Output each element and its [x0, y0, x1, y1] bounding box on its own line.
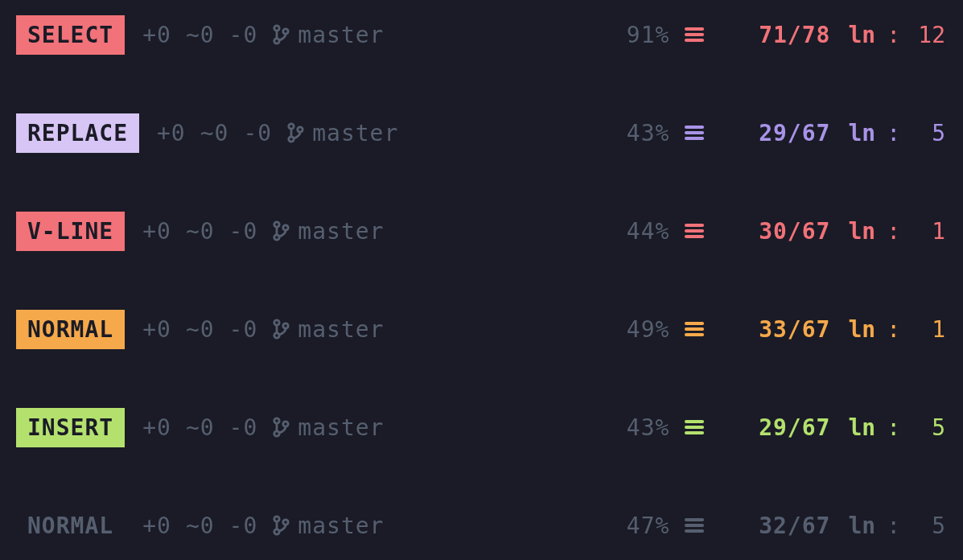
git-modified: ~0: [186, 316, 215, 343]
svg-point-26: [283, 422, 288, 426]
line-position: 29/67: [734, 120, 830, 146]
git-modified: ~0: [186, 414, 215, 441]
line-position: 33/67: [734, 316, 830, 343]
branch-icon: [272, 318, 290, 340]
git-info: +0 ~0 -0 master: [157, 120, 398, 146]
branch-icon: [272, 23, 290, 46]
branch-icon: [272, 220, 290, 242]
colon: :: [887, 414, 900, 441]
mode-badge: NORMAL: [16, 506, 125, 546]
colon: :: [887, 316, 900, 343]
branch-icon: [286, 121, 304, 144]
svg-point-6: [289, 124, 294, 129]
svg-point-0: [274, 26, 279, 31]
svg-point-31: [274, 529, 279, 534]
menu-icon: [684, 26, 705, 43]
git-branch: master: [298, 22, 384, 48]
status-row-insert: INSERT +0 ~0 -0 master 43% 29/67 ln : 5: [16, 407, 945, 447]
svg-point-25: [274, 431, 279, 436]
git-branch: master: [298, 414, 384, 441]
git-removed: -0: [243, 120, 272, 146]
column-number: 5: [912, 513, 945, 539]
svg-point-2: [283, 29, 288, 34]
svg-point-32: [283, 520, 288, 525]
git-added: +0: [142, 316, 171, 343]
colon: :: [887, 22, 900, 48]
svg-point-19: [274, 333, 279, 338]
svg-point-12: [274, 222, 279, 227]
menu-icon: [684, 222, 705, 240]
colon: :: [887, 218, 900, 245]
line-position: 71/78: [734, 22, 830, 48]
git-modified: ~0: [186, 218, 215, 245]
status-row-normal-inactive: NORMAL +0 ~0 -0 master 47% 32/67 ln : 5: [16, 505, 945, 546]
svg-point-20: [283, 323, 288, 328]
git-removed: -0: [229, 513, 258, 539]
svg-point-24: [274, 418, 279, 423]
menu-icon: [684, 124, 705, 142]
ln-label: ln: [848, 218, 875, 245]
status-row-vline: V-LINE +0 ~0 -0 master 44% 30/67 ln : 1: [16, 211, 945, 251]
branch-icon: [272, 416, 290, 439]
svg-point-1: [274, 39, 279, 43]
scroll-percent: 47%: [627, 513, 670, 539]
ln-label: ln: [848, 316, 875, 343]
git-branch: master: [298, 316, 384, 343]
status-row-select: SELECT +0 ~0 -0 master 91% 71/78 ln : 12: [16, 14, 945, 55]
mode-badge: REPLACE: [16, 113, 139, 153]
git-added: +0: [142, 218, 171, 245]
colon: :: [887, 120, 900, 146]
git-info: +0 ~0 -0 master: [142, 316, 384, 343]
svg-point-18: [274, 320, 279, 325]
git-removed: -0: [229, 414, 258, 441]
ln-label: ln: [848, 513, 875, 539]
git-removed: -0: [229, 22, 258, 48]
git-added: +0: [142, 22, 171, 48]
line-position: 30/67: [734, 218, 830, 245]
line-position: 32/67: [734, 513, 830, 539]
column-number: 12: [912, 22, 945, 48]
mode-badge: INSERT: [16, 408, 125, 447]
svg-point-13: [274, 235, 279, 240]
menu-icon: [684, 320, 705, 338]
git-branch: master: [312, 120, 398, 146]
column-number: 5: [912, 120, 945, 146]
git-modified: ~0: [186, 513, 215, 539]
ln-label: ln: [848, 22, 875, 48]
column-number: 1: [912, 316, 945, 343]
status-row-normal: NORMAL +0 ~0 -0 master 49% 33/67 ln : 1: [16, 309, 945, 349]
branch-icon: [272, 514, 290, 537]
ln-label: ln: [848, 414, 875, 441]
colon: :: [887, 513, 900, 539]
git-added: +0: [157, 120, 186, 146]
svg-point-30: [274, 517, 279, 521]
git-info: +0 ~0 -0 master: [142, 22, 384, 48]
column-number: 1: [912, 218, 945, 245]
scroll-percent: 91%: [627, 22, 670, 48]
ln-label: ln: [848, 120, 875, 146]
git-added: +0: [142, 414, 171, 441]
mode-badge: NORMAL: [16, 310, 125, 349]
status-row-replace: REPLACE +0 ~0 -0 master 43% 29/67 ln : 5: [16, 113, 945, 153]
git-modified: ~0: [200, 120, 229, 146]
svg-point-7: [289, 137, 294, 142]
git-info: +0 ~0 -0 master: [142, 414, 384, 441]
git-removed: -0: [229, 218, 258, 245]
git-branch: master: [298, 513, 384, 539]
menu-icon: [684, 418, 705, 436]
svg-point-8: [298, 127, 302, 132]
git-removed: -0: [229, 316, 258, 343]
git-info: +0 ~0 -0 master: [142, 513, 384, 539]
git-modified: ~0: [186, 22, 215, 48]
mode-badge: V-LINE: [16, 212, 125, 251]
mode-badge: SELECT: [16, 15, 125, 55]
scroll-percent: 43%: [627, 414, 670, 441]
git-info: +0 ~0 -0 master: [142, 218, 384, 245]
svg-point-14: [283, 225, 288, 230]
menu-icon: [684, 517, 705, 534]
scroll-percent: 49%: [627, 316, 670, 343]
scroll-percent: 44%: [627, 218, 670, 245]
scroll-percent: 43%: [627, 120, 670, 146]
column-number: 5: [912, 414, 945, 441]
line-position: 29/67: [734, 414, 830, 441]
